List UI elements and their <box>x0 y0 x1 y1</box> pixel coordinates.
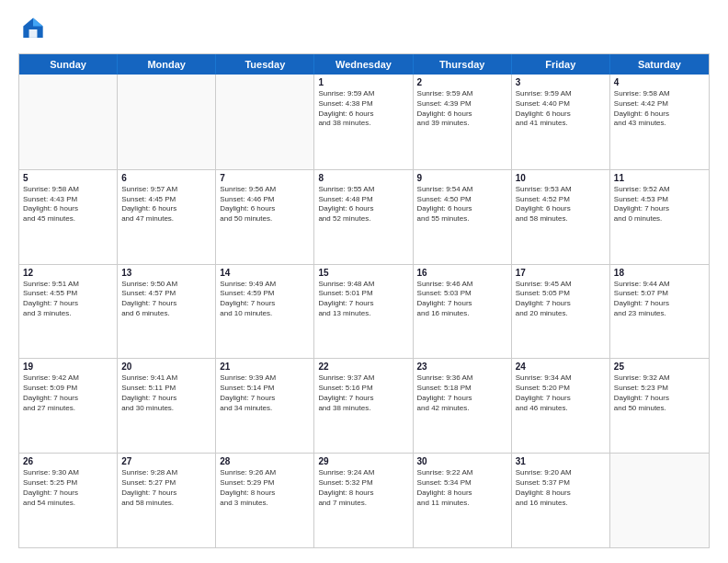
calendar-cell: 26Sunrise: 9:30 AM Sunset: 5:25 PM Dayli… <box>19 454 118 547</box>
calendar-cell: 22Sunrise: 9:37 AM Sunset: 5:16 PM Dayli… <box>314 359 413 453</box>
day-number: 29 <box>318 456 408 466</box>
header-monday: Monday <box>118 54 216 75</box>
cell-info: Sunrise: 9:57 AM Sunset: 4:45 PM Dayligh… <box>121 185 211 224</box>
header-wednesday: Wednesday <box>314 54 413 75</box>
cell-info: Sunrise: 9:51 AM Sunset: 4:55 PM Dayligh… <box>23 280 113 319</box>
calendar-cell: 2Sunrise: 9:59 AM Sunset: 4:39 PM Daylig… <box>414 75 512 169</box>
day-number: 9 <box>417 173 507 183</box>
svg-rect-3 <box>29 29 38 38</box>
calendar-cell: 10Sunrise: 9:53 AM Sunset: 4:52 PM Dayli… <box>512 170 610 264</box>
calendar-cell: 28Sunrise: 9:26 AM Sunset: 5:29 PM Dayli… <box>216 454 314 547</box>
calendar-row: 5Sunrise: 9:58 AM Sunset: 4:43 PM Daylig… <box>19 169 709 264</box>
cell-info: Sunrise: 9:48 AM Sunset: 5:01 PM Dayligh… <box>318 280 408 319</box>
cell-info: Sunrise: 9:30 AM Sunset: 5:25 PM Dayligh… <box>23 468 113 508</box>
calendar-body: 1Sunrise: 9:59 AM Sunset: 4:38 PM Daylig… <box>19 75 709 547</box>
day-number: 21 <box>220 362 310 372</box>
cell-info: Sunrise: 9:58 AM Sunset: 4:42 PM Dayligh… <box>614 89 705 129</box>
calendar-cell: 13Sunrise: 9:50 AM Sunset: 4:57 PM Dayli… <box>118 265 216 359</box>
day-number: 11 <box>614 173 705 183</box>
day-number: 15 <box>318 268 408 278</box>
calendar-cell: 21Sunrise: 9:39 AM Sunset: 5:14 PM Dayli… <box>216 359 314 453</box>
calendar-cell: 24Sunrise: 9:34 AM Sunset: 5:20 PM Dayli… <box>512 359 610 453</box>
cell-info: Sunrise: 9:59 AM Sunset: 4:39 PM Dayligh… <box>417 89 507 129</box>
cell-info: Sunrise: 9:56 AM Sunset: 4:46 PM Dayligh… <box>220 185 310 224</box>
cell-info: Sunrise: 9:53 AM Sunset: 4:52 PM Dayligh… <box>516 185 606 224</box>
calendar-cell: 27Sunrise: 9:28 AM Sunset: 5:27 PM Dayli… <box>118 454 216 547</box>
calendar-cell: 17Sunrise: 9:45 AM Sunset: 5:05 PM Dayli… <box>512 265 610 359</box>
day-number: 31 <box>516 456 606 466</box>
day-number: 17 <box>516 268 606 278</box>
cell-info: Sunrise: 9:45 AM Sunset: 5:05 PM Dayligh… <box>516 280 606 319</box>
day-number: 8 <box>318 173 408 183</box>
day-number: 22 <box>318 362 408 372</box>
cell-info: Sunrise: 9:50 AM Sunset: 4:57 PM Dayligh… <box>121 280 211 319</box>
calendar-cell: 3Sunrise: 9:59 AM Sunset: 4:40 PM Daylig… <box>512 75 610 169</box>
cell-info: Sunrise: 9:32 AM Sunset: 5:23 PM Dayligh… <box>614 373 705 413</box>
day-number: 3 <box>516 77 606 87</box>
cell-info: Sunrise: 9:59 AM Sunset: 4:40 PM Dayligh… <box>516 89 606 129</box>
day-number: 13 <box>121 268 211 278</box>
cell-info: Sunrise: 9:52 AM Sunset: 4:53 PM Dayligh… <box>614 185 705 224</box>
cell-info: Sunrise: 9:55 AM Sunset: 4:48 PM Dayligh… <box>318 185 408 224</box>
cell-info: Sunrise: 9:37 AM Sunset: 5:16 PM Dayligh… <box>318 373 408 413</box>
day-number: 24 <box>516 362 606 372</box>
cell-info: Sunrise: 9:39 AM Sunset: 5:14 PM Dayligh… <box>220 373 310 413</box>
header-tuesday: Tuesday <box>216 54 314 75</box>
calendar-cell: 12Sunrise: 9:51 AM Sunset: 4:55 PM Dayli… <box>19 265 118 359</box>
day-number: 1 <box>318 77 408 87</box>
calendar-cell: 5Sunrise: 9:58 AM Sunset: 4:43 PM Daylig… <box>19 170 118 264</box>
cell-info: Sunrise: 9:41 AM Sunset: 5:11 PM Dayligh… <box>121 373 211 413</box>
cell-info: Sunrise: 9:36 AM Sunset: 5:18 PM Dayligh… <box>417 373 507 413</box>
day-number: 26 <box>23 456 113 466</box>
calendar-cell: 8Sunrise: 9:55 AM Sunset: 4:48 PM Daylig… <box>314 170 413 264</box>
day-number: 12 <box>23 268 113 278</box>
calendar-cell: 11Sunrise: 9:52 AM Sunset: 4:53 PM Dayli… <box>610 170 709 264</box>
calendar-cell: 1Sunrise: 9:59 AM Sunset: 4:38 PM Daylig… <box>314 75 413 169</box>
page: Sunday Monday Tuesday Wednesday Thursday… <box>0 0 728 563</box>
day-number: 6 <box>121 173 211 183</box>
day-number: 18 <box>614 268 705 278</box>
day-number: 16 <box>417 268 507 278</box>
logo-icon <box>18 15 48 44</box>
cell-info: Sunrise: 9:34 AM Sunset: 5:20 PM Dayligh… <box>516 373 606 413</box>
calendar-cell: 23Sunrise: 9:36 AM Sunset: 5:18 PM Dayli… <box>414 359 512 453</box>
header <box>18 15 710 44</box>
header-thursday: Thursday <box>414 54 512 75</box>
day-number: 25 <box>614 362 705 372</box>
calendar-cell: 6Sunrise: 9:57 AM Sunset: 4:45 PM Daylig… <box>118 170 216 264</box>
calendar-row: 26Sunrise: 9:30 AM Sunset: 5:25 PM Dayli… <box>19 453 709 547</box>
day-number: 2 <box>417 77 507 87</box>
cell-info: Sunrise: 9:49 AM Sunset: 4:59 PM Dayligh… <box>220 280 310 319</box>
cell-info: Sunrise: 9:22 AM Sunset: 5:34 PM Dayligh… <box>417 468 507 508</box>
day-number: 14 <box>220 268 310 278</box>
calendar-cell: 4Sunrise: 9:58 AM Sunset: 4:42 PM Daylig… <box>610 75 709 169</box>
day-number: 5 <box>23 173 113 183</box>
calendar-row: 19Sunrise: 9:42 AM Sunset: 5:09 PM Dayli… <box>19 358 709 453</box>
calendar-cell: 31Sunrise: 9:20 AM Sunset: 5:37 PM Dayli… <box>512 454 610 547</box>
header-friday: Friday <box>512 54 610 75</box>
calendar-cell: 7Sunrise: 9:56 AM Sunset: 4:46 PM Daylig… <box>216 170 314 264</box>
cell-info: Sunrise: 9:58 AM Sunset: 4:43 PM Dayligh… <box>23 185 113 224</box>
cell-info: Sunrise: 9:20 AM Sunset: 5:37 PM Dayligh… <box>516 468 606 508</box>
calendar-cell <box>216 75 314 169</box>
calendar-cell: 9Sunrise: 9:54 AM Sunset: 4:50 PM Daylig… <box>414 170 512 264</box>
cell-info: Sunrise: 9:26 AM Sunset: 5:29 PM Dayligh… <box>220 468 310 508</box>
cell-info: Sunrise: 9:59 AM Sunset: 4:38 PM Dayligh… <box>318 89 408 129</box>
calendar-cell <box>610 454 709 547</box>
calendar-cell: 20Sunrise: 9:41 AM Sunset: 5:11 PM Dayli… <box>118 359 216 453</box>
svg-marker-2 <box>33 18 43 27</box>
cell-info: Sunrise: 9:24 AM Sunset: 5:32 PM Dayligh… <box>318 468 408 508</box>
calendar-cell <box>118 75 216 169</box>
cell-info: Sunrise: 9:28 AM Sunset: 5:27 PM Dayligh… <box>121 468 211 508</box>
calendar-cell: 15Sunrise: 9:48 AM Sunset: 5:01 PM Dayli… <box>314 265 413 359</box>
header-saturday: Saturday <box>610 54 709 75</box>
calendar-header: Sunday Monday Tuesday Wednesday Thursday… <box>19 54 709 75</box>
day-number: 19 <box>23 362 113 372</box>
day-number: 30 <box>417 456 507 466</box>
calendar: Sunday Monday Tuesday Wednesday Thursday… <box>18 53 710 548</box>
calendar-cell: 30Sunrise: 9:22 AM Sunset: 5:34 PM Dayli… <box>414 454 512 547</box>
cell-info: Sunrise: 9:44 AM Sunset: 5:07 PM Dayligh… <box>614 280 705 319</box>
day-number: 23 <box>417 362 507 372</box>
calendar-cell: 19Sunrise: 9:42 AM Sunset: 5:09 PM Dayli… <box>19 359 118 453</box>
header-sunday: Sunday <box>19 54 118 75</box>
